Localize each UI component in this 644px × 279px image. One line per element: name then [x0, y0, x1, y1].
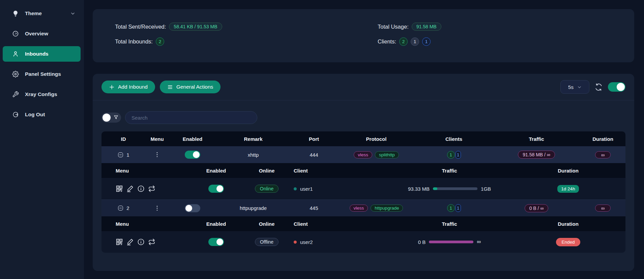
- client-online-badge: 1: [456, 204, 461, 212]
- refresh-icon: [595, 83, 603, 91]
- toolbar: Add Inbound General Actions 5s: [93, 74, 634, 100]
- transport-tag: splithttp: [375, 151, 399, 158]
- stat-sent-received: Total Sent/Received: 58.41 KB / 91.53 MB: [115, 23, 378, 31]
- total-inbounds-badge: 2: [156, 37, 164, 46]
- col-header-menu: Menu: [145, 136, 169, 142]
- client-online-badge: 1: [456, 151, 461, 159]
- inbound-remark: xhttp: [216, 152, 290, 158]
- col-header-remark: Remark: [216, 136, 290, 142]
- info-icon: [137, 238, 145, 246]
- inbound-id: 2: [126, 205, 129, 211]
- clients-total-badge: 2: [399, 37, 408, 46]
- traffic-progress-bar: [429, 241, 473, 243]
- clients-online-badge: 1: [422, 37, 431, 46]
- sidebar-item-label: Panel Settings: [25, 71, 61, 77]
- sidebar-item-xray-configs[interactable]: Xray Configs: [3, 87, 81, 102]
- row-menu-button[interactable]: [154, 205, 160, 212]
- add-inbound-button[interactable]: Add Inbound: [101, 81, 155, 93]
- inbound-duration-badge: ∞: [595, 205, 611, 212]
- col-header-id: ID: [101, 136, 145, 142]
- sidebar-item-inbounds[interactable]: Inbounds: [3, 46, 81, 62]
- info-button[interactable]: [137, 185, 145, 192]
- qr-code-icon: [116, 185, 123, 192]
- gauge-icon: [12, 30, 19, 37]
- col-header-enabled: Enabled: [169, 136, 216, 142]
- qr-code-button[interactable]: [116, 238, 123, 246]
- repeat-icon: [148, 238, 155, 246]
- reset-traffic-button[interactable]: [148, 185, 155, 192]
- stat-label: Clients:: [378, 38, 396, 45]
- info-button[interactable]: [137, 238, 145, 246]
- subcol-header-menu: Menu: [101, 221, 189, 227]
- gear-icon: [12, 71, 19, 78]
- inbound-enabled-toggle[interactable]: [185, 151, 200, 159]
- stats-card: Total Sent/Received: 58.41 KB / 91.53 MB…: [93, 9, 634, 62]
- inbound-duration-badge: ∞: [595, 151, 611, 158]
- protocol-tag: vless: [354, 151, 372, 158]
- inbounds-table: ID Menu Enabled Remark Port Protocol Cli…: [101, 131, 625, 253]
- plus-icon: [109, 84, 115, 90]
- reset-traffic-button[interactable]: [148, 238, 155, 246]
- traffic-total: 1GB: [481, 186, 491, 192]
- row-menu-button[interactable]: [154, 151, 160, 158]
- hamburger-icon: [167, 84, 173, 90]
- inbound-enabled-toggle[interactable]: [185, 204, 200, 212]
- edit-button[interactable]: [126, 185, 134, 192]
- refresh-interval-select[interactable]: 5s: [560, 80, 589, 94]
- minus-square-icon: [117, 152, 124, 158]
- logout-icon: [12, 111, 19, 118]
- sidebar: Theme Overview Inbounds Panel Settings X…: [0, 0, 84, 279]
- inbound-id: 1: [126, 152, 129, 158]
- sidebar-item-theme[interactable]: Theme: [3, 6, 81, 21]
- subcol-header-enabled: Enabled: [189, 168, 243, 174]
- traffic-total: ∞: [477, 239, 481, 245]
- subcol-header-client: Client: [290, 168, 388, 174]
- traffic-progress-bar: [433, 187, 477, 190]
- client-duration-badge: Ended: [556, 238, 580, 246]
- auto-refresh-toggle[interactable]: [608, 82, 625, 92]
- minus-square-icon: [117, 205, 124, 211]
- subcol-header-duration: Duration: [511, 221, 625, 227]
- traffic-progress-fill: [433, 187, 437, 190]
- subcol-header-online: Online: [243, 168, 290, 174]
- pencil-icon: [126, 185, 134, 192]
- client-row: Offline user2 0 B ∞ Ended: [101, 231, 625, 253]
- sidebar-item-log-out[interactable]: Log Out: [3, 107, 81, 122]
- client-color-dot: [294, 187, 297, 190]
- sidebar-item-panel-settings[interactable]: Panel Settings: [3, 66, 81, 82]
- subcol-header-traffic: Traffic: [388, 168, 511, 174]
- stat-total-usage: Total Usage: 91.58 MB: [378, 23, 634, 31]
- qr-code-button[interactable]: [116, 185, 123, 192]
- collapse-row-button[interactable]: [117, 152, 124, 158]
- general-actions-button[interactable]: General Actions: [160, 81, 221, 93]
- info-icon: [137, 185, 145, 192]
- chevron-down-icon: [577, 85, 582, 89]
- filter-toggle[interactable]: [101, 113, 121, 123]
- client-duration-badge: 1d 24h: [557, 185, 579, 193]
- subcol-header-menu: Menu: [101, 168, 189, 174]
- pencil-icon: [126, 238, 134, 246]
- wrench-icon: [12, 91, 19, 98]
- add-inbound-label: Add Inbound: [118, 84, 148, 90]
- table-header-row: ID Menu Enabled Remark Port Protocol Cli…: [101, 131, 625, 146]
- main-content: Total Sent/Received: 58.41 KB / 91.53 MB…: [84, 0, 644, 279]
- client-status-badge: Online: [255, 185, 279, 193]
- inbound-row: 2 httpupgrade 445 vless httpupgrade 1 1: [101, 199, 625, 216]
- total-usage-badge: 91.58 MB: [412, 23, 441, 31]
- inbound-traffic-badge: 0 B / ∞: [525, 204, 549, 212]
- stat-label: Total Inbounds:: [115, 38, 153, 45]
- col-header-port: Port: [290, 136, 338, 142]
- subcol-header-duration: Duration: [511, 168, 625, 174]
- inbound-port: 444: [290, 152, 338, 158]
- sidebar-item-label: Theme: [25, 10, 42, 17]
- refresh-button[interactable]: [595, 83, 603, 91]
- edit-button[interactable]: [126, 238, 134, 246]
- funnel-icon: [113, 115, 119, 120]
- sidebar-item-overview[interactable]: Overview: [3, 26, 81, 41]
- client-enabled-toggle[interactable]: [208, 238, 224, 246]
- client-enabled-toggle[interactable]: [208, 185, 224, 193]
- stat-total-inbounds: Total Inbounds: 2: [115, 37, 378, 46]
- collapse-row-button[interactable]: [117, 205, 124, 211]
- dots-vertical-icon: [154, 151, 160, 158]
- search-input[interactable]: [125, 111, 257, 124]
